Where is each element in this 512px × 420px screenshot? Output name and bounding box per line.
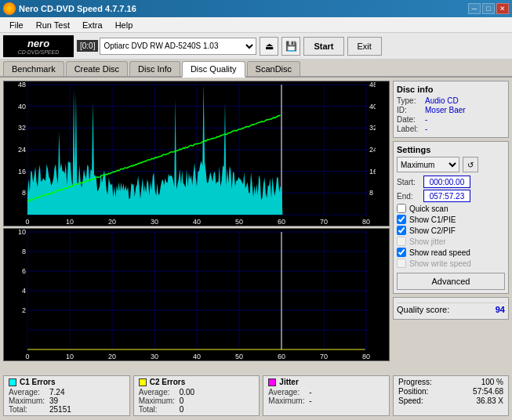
start-button[interactable]: Start bbox=[303, 37, 343, 56]
quality-score-label: Quality score: bbox=[397, 305, 449, 314]
disc-id-row: ID: Moser Baer bbox=[397, 106, 505, 114]
speed-combo[interactable]: Maximum bbox=[397, 157, 459, 172]
show-c1-label: Show C1/PIE bbox=[409, 215, 456, 224]
c2-total-label: Total: bbox=[139, 405, 178, 414]
start-time-row: Start: bbox=[397, 176, 505, 188]
show-read-speed-label: Show read speed bbox=[409, 248, 470, 257]
menu-help[interactable]: Help bbox=[109, 19, 140, 31]
c2-header: C2 Errors bbox=[139, 378, 255, 386]
quick-scan-label: Quick scan bbox=[409, 205, 448, 213]
c1-max-value: 39 bbox=[49, 396, 125, 405]
disc-id-label: ID: bbox=[397, 106, 422, 114]
jitter-label: Jitter bbox=[279, 378, 298, 386]
disc-info-section: Disc info Type: Audio CD ID: Moser Baer … bbox=[393, 81, 509, 138]
disc-label-row: Label: - bbox=[397, 125, 505, 133]
c1-total-value: 25151 bbox=[49, 405, 125, 414]
progress-row: Progress: 100 % bbox=[398, 378, 503, 386]
show-jitter-label: Show jitter bbox=[409, 237, 446, 246]
jitter-header: Jitter bbox=[268, 378, 384, 386]
bottom-chart bbox=[3, 228, 390, 361]
show-c2-label: Show C2/PIF bbox=[409, 226, 456, 235]
menu-file[interactable]: File bbox=[3, 19, 30, 31]
close-button[interactable]: ✕ bbox=[496, 3, 509, 14]
disc-date-row: Date: - bbox=[397, 115, 505, 124]
show-read-speed-checkbox[interactable] bbox=[397, 248, 406, 257]
quality-score-section: Quality score: 94 bbox=[393, 297, 509, 320]
app-title: Nero CD-DVD Speed 4.7.7.16 bbox=[19, 4, 136, 13]
drive-selector: [0:0] Optiarc DVD RW AD-5240S 1.03 bbox=[77, 38, 256, 55]
c1-total-label: Total: bbox=[9, 405, 48, 414]
show-c2-checkbox[interactable] bbox=[397, 226, 406, 235]
c2-max-value: 0 bbox=[180, 396, 255, 405]
eject-button[interactable]: ⏏ bbox=[260, 37, 278, 56]
settings-refresh-button[interactable]: ↺ bbox=[463, 157, 478, 172]
disc-date-value: - bbox=[425, 115, 427, 124]
menu-run-test[interactable]: Run Test bbox=[30, 19, 76, 31]
jitter-stats-grid: Average: - Maximum: - bbox=[268, 388, 384, 405]
chart-area bbox=[3, 81, 390, 371]
c1-label: C1 Errors bbox=[20, 378, 56, 386]
show-c1-checkbox[interactable] bbox=[397, 215, 406, 224]
quick-scan-row: Quick scan bbox=[397, 204, 505, 213]
jitter-avg-value: - bbox=[309, 388, 384, 396]
quality-score-row: Quality score: 94 bbox=[397, 302, 505, 316]
disc-type-row: Type: Audio CD bbox=[397, 96, 505, 105]
progress-value: 100 % bbox=[481, 378, 503, 386]
drive-combo[interactable]: Optiarc DVD RW AD-5240S 1.03 bbox=[100, 38, 256, 55]
tab-disc-info[interactable]: Disc Info bbox=[129, 61, 180, 76]
exit-button[interactable]: Exit bbox=[347, 37, 382, 56]
c1-header: C1 Errors bbox=[9, 378, 125, 386]
disc-date-label: Date: bbox=[397, 115, 422, 124]
menu-extra[interactable]: Extra bbox=[76, 19, 109, 31]
c1-stats-grid: Average: 7.24 Maximum: 39 Total: 25151 bbox=[9, 388, 125, 414]
top-chart bbox=[3, 81, 390, 226]
toolbar: nero CD·DVD/SPEED [0:0] Optiarc DVD RW A… bbox=[0, 33, 512, 60]
speed-value: 36.83 X bbox=[477, 396, 503, 405]
end-time-input[interactable] bbox=[423, 190, 470, 202]
stats-bar: C1 Errors Average: 7.24 Maximum: 39 Tota… bbox=[0, 374, 512, 418]
tab-scan-disc[interactable]: ScanDisc bbox=[247, 61, 300, 76]
show-write-speed-checkbox[interactable] bbox=[397, 259, 406, 268]
tab-benchmark[interactable]: Benchmark bbox=[3, 61, 64, 76]
disc-type-label: Type: bbox=[397, 96, 422, 105]
tab-disc-quality[interactable]: Disc Quality bbox=[182, 61, 245, 78]
settings-section: Settings Maximum ↺ Start: End: Quick sca… bbox=[393, 141, 509, 294]
progress-section: Progress: 100 % Position: 57:54.68 Speed… bbox=[393, 375, 509, 416]
advanced-button[interactable]: Advanced bbox=[397, 273, 505, 290]
position-label: Position: bbox=[398, 387, 428, 396]
show-c2-row: Show C2/PIF bbox=[397, 226, 505, 235]
c2-label: C2 Errors bbox=[150, 378, 186, 386]
save-button[interactable]: 💾 bbox=[281, 37, 300, 56]
maximize-button[interactable]: □ bbox=[482, 3, 495, 14]
settings-title: Settings bbox=[397, 145, 505, 154]
main-content: Disc info Type: Audio CD ID: Moser Baer … bbox=[0, 78, 512, 374]
nero-logo: nero CD·DVD/SPEED bbox=[3, 35, 74, 57]
c2-errors-section: C2 Errors Average: 0.00 Maximum: 0 Total… bbox=[133, 375, 260, 416]
show-write-speed-row: Show write speed bbox=[397, 259, 505, 268]
tab-bar: Benchmark Create Disc Disc Info Disc Qua… bbox=[0, 60, 512, 78]
show-jitter-checkbox[interactable] bbox=[397, 237, 406, 246]
c1-max-label: Maximum: bbox=[9, 396, 48, 405]
c2-color-indicator bbox=[139, 378, 147, 386]
tab-create-disc[interactable]: Create Disc bbox=[66, 61, 128, 76]
c2-total-value: 0 bbox=[180, 405, 255, 414]
jitter-section: Jitter Average: - Maximum: - bbox=[263, 375, 390, 416]
c1-errors-section: C1 Errors Average: 7.24 Maximum: 39 Tota… bbox=[3, 375, 130, 416]
speed-row: Speed: 36.83 X bbox=[398, 396, 503, 405]
show-write-speed-label: Show write speed bbox=[409, 259, 471, 268]
position-value: 57:54.68 bbox=[473, 387, 503, 396]
quick-scan-checkbox[interactable] bbox=[397, 204, 406, 213]
c2-avg-label: Average: bbox=[139, 388, 178, 396]
position-row: Position: 57:54.68 bbox=[398, 387, 503, 396]
quality-score-value: 94 bbox=[496, 305, 505, 314]
end-time-row: End: bbox=[397, 190, 505, 202]
start-time-input[interactable] bbox=[423, 176, 470, 188]
jitter-color-indicator bbox=[268, 378, 276, 386]
c2-stats-grid: Average: 0.00 Maximum: 0 Total: 0 bbox=[139, 388, 255, 414]
drive-label: [0:0] bbox=[77, 40, 98, 52]
c1-color-indicator bbox=[9, 378, 16, 386]
c1-avg-value: 7.24 bbox=[49, 388, 125, 396]
speed-setting-row: Maximum ↺ bbox=[397, 157, 505, 172]
show-read-speed-row: Show read speed bbox=[397, 248, 505, 257]
minimize-button[interactable]: ─ bbox=[468, 3, 481, 14]
